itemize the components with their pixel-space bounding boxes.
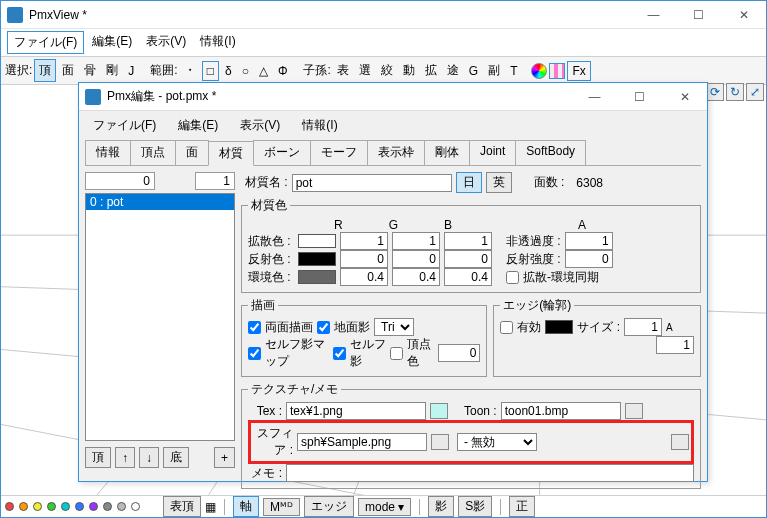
- vcolor-checkbox[interactable]: [390, 347, 403, 360]
- toon-input[interactable]: [501, 402, 621, 420]
- memo-input[interactable]: [286, 464, 694, 482]
- diffuse-b[interactable]: [444, 232, 492, 250]
- draw-value[interactable]: [438, 344, 480, 362]
- refresh-icon[interactable]: ⟳: [706, 83, 724, 101]
- tb-fuku[interactable]: 副: [484, 60, 504, 81]
- edge-alpha[interactable]: [656, 336, 694, 354]
- edge-enable-checkbox[interactable]: [500, 321, 513, 334]
- menu-info[interactable]: 情報(I): [194, 31, 241, 54]
- sphere-input[interactable]: [297, 433, 427, 451]
- menu-view[interactable]: 表示(V): [140, 31, 192, 54]
- list-up-button[interactable]: ↑: [115, 447, 135, 468]
- sb-edge[interactable]: エッジ: [304, 496, 354, 517]
- tb-rigid[interactable]: 剛: [102, 60, 122, 81]
- list-top-button[interactable]: 頂: [85, 447, 111, 468]
- list-item[interactable]: 0 : pot: [86, 194, 234, 210]
- rotate-icon[interactable]: ↻: [726, 83, 744, 101]
- tb-g[interactable]: G: [465, 62, 482, 80]
- sphere-extra-button[interactable]: [671, 434, 689, 450]
- dlg-menu-info[interactable]: 情報(I): [296, 115, 343, 136]
- spec-b[interactable]: [444, 250, 492, 268]
- self-checkbox[interactable]: [333, 347, 346, 360]
- tab-info[interactable]: 情報: [85, 140, 131, 165]
- sb-sei[interactable]: 正: [509, 496, 535, 517]
- palette-icon[interactable]: ▦: [205, 500, 216, 514]
- tb-fx[interactable]: Fx: [567, 61, 590, 81]
- toon-browse-button[interactable]: [625, 403, 643, 419]
- sb-mode[interactable]: mode ▾: [358, 498, 411, 516]
- dialog-minimize-button[interactable]: —: [572, 83, 617, 111]
- tri-select[interactable]: Tri: [374, 318, 414, 336]
- tab-joint[interactable]: Joint: [469, 140, 516, 165]
- maximize-button[interactable]: ☐: [676, 1, 721, 29]
- ground-checkbox[interactable]: [317, 321, 330, 334]
- close-button[interactable]: ✕: [721, 1, 766, 29]
- diffuse-swatch[interactable]: [298, 234, 336, 248]
- tex-browse-button[interactable]: [430, 403, 448, 419]
- spec-g[interactable]: [392, 250, 440, 268]
- specpow-input[interactable]: [565, 250, 613, 268]
- tb-bone[interactable]: 骨: [80, 60, 100, 81]
- tab-material[interactable]: 材質: [208, 141, 254, 166]
- tb-to[interactable]: 途: [443, 60, 463, 81]
- dlg-menu-file[interactable]: ファイル(F): [87, 115, 162, 136]
- material-listbox[interactable]: 0 : pot: [85, 193, 235, 441]
- tab-face[interactable]: 面: [175, 140, 209, 165]
- tb-dot[interactable]: ・: [180, 60, 200, 81]
- dialog-maximize-button[interactable]: ☐: [617, 83, 662, 111]
- tex-input[interactable]: [286, 402, 426, 420]
- menu-edit[interactable]: 編集(E): [86, 31, 138, 54]
- material-name-input[interactable]: [292, 174, 452, 192]
- tab-bone[interactable]: ボーン: [253, 140, 311, 165]
- diff-amb-sync-checkbox[interactable]: [506, 271, 519, 284]
- dialog-close-button[interactable]: ✕: [662, 83, 707, 111]
- tb-shibori[interactable]: 絞: [377, 60, 397, 81]
- tab-vertex[interactable]: 頂点: [130, 140, 176, 165]
- list-add-button[interactable]: +: [214, 447, 235, 468]
- amb-b[interactable]: [444, 268, 492, 286]
- tb-omote[interactable]: 表: [333, 60, 353, 81]
- menu-file[interactable]: ファイル(F): [7, 31, 84, 54]
- twoside-checkbox[interactable]: [248, 321, 261, 334]
- sphere-mode-select[interactable]: - 無効: [457, 433, 537, 451]
- diffuse-g[interactable]: [392, 232, 440, 250]
- list-down-button[interactable]: ↓: [139, 447, 159, 468]
- tb-sen[interactable]: 選: [355, 60, 375, 81]
- edge-color-swatch[interactable]: [545, 320, 573, 334]
- sb-mmd[interactable]: Mᴹᴰ: [263, 498, 300, 516]
- sb-skage[interactable]: S影: [458, 496, 492, 517]
- tab-morph[interactable]: モーフ: [310, 140, 368, 165]
- sb-omotetop[interactable]: 表頂: [163, 496, 201, 517]
- color-wheel-icon[interactable]: [531, 63, 547, 79]
- tb-delta[interactable]: δ: [221, 62, 236, 80]
- alpha-input[interactable]: [565, 232, 613, 250]
- amb-r[interactable]: [340, 268, 388, 286]
- edge-size[interactable]: [624, 318, 662, 336]
- sphere-browse-button[interactable]: [431, 434, 449, 450]
- tab-softbody[interactable]: SoftBody: [515, 140, 586, 165]
- list-index-input[interactable]: [85, 172, 155, 190]
- tb-kaku[interactable]: 拡: [421, 60, 441, 81]
- tab-frame[interactable]: 表示枠: [367, 140, 425, 165]
- tb-t[interactable]: T: [506, 62, 521, 80]
- tb-j[interactable]: J: [124, 62, 138, 80]
- amb-g[interactable]: [392, 268, 440, 286]
- grid-icon[interactable]: [549, 63, 565, 79]
- tb-do[interactable]: 動: [399, 60, 419, 81]
- tb-tri[interactable]: △: [255, 62, 272, 80]
- tb-square[interactable]: □: [202, 61, 219, 81]
- selfmap-checkbox[interactable]: [248, 347, 261, 360]
- sb-jiku[interactable]: 軸: [233, 496, 259, 517]
- list-bottom-button[interactable]: 底: [163, 447, 189, 468]
- ambient-swatch[interactable]: [298, 270, 336, 284]
- minimize-button[interactable]: —: [631, 1, 676, 29]
- expand-icon[interactable]: ⤢: [746, 83, 764, 101]
- spec-r[interactable]: [340, 250, 388, 268]
- tb-face[interactable]: 面: [58, 60, 78, 81]
- sb-kage[interactable]: 影: [428, 496, 454, 517]
- diffuse-r[interactable]: [340, 232, 388, 250]
- lang-en-button[interactable]: 英: [486, 172, 512, 193]
- tb-vertex[interactable]: 頂: [34, 59, 56, 82]
- tb-circle[interactable]: ○: [238, 62, 253, 80]
- dlg-menu-edit[interactable]: 編集(E): [172, 115, 224, 136]
